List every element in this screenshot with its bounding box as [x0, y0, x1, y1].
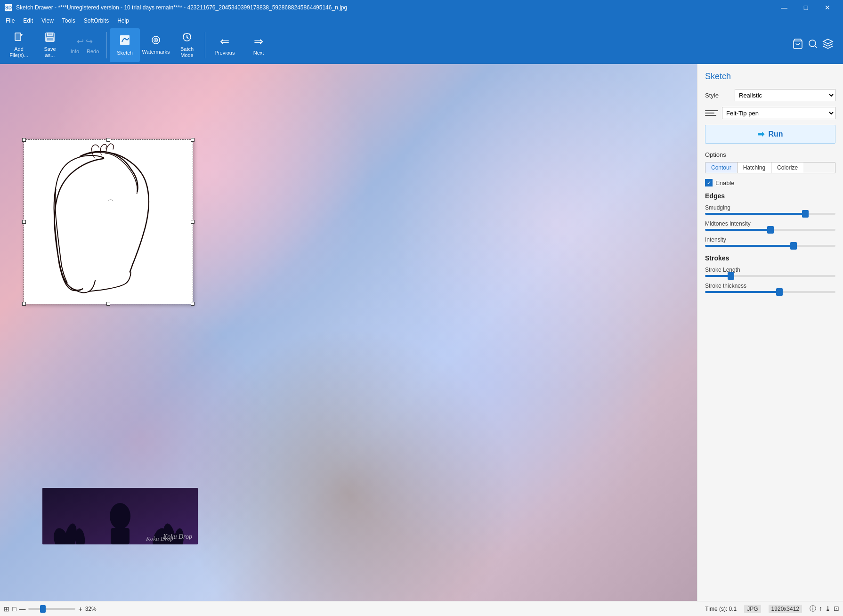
add-file-icon: [13, 32, 24, 44]
cube-icon[interactable]: [822, 38, 834, 52]
app-icon: SD: [5, 4, 12, 11]
status-extra-icon[interactable]: ⊡: [834, 605, 839, 613]
status-fit-icon[interactable]: ⊞: [4, 605, 9, 613]
undo-redo-group: ↩ ↪ Info Redo: [66, 28, 104, 62]
smudging-thumb[interactable]: [802, 210, 809, 218]
tab-colorize[interactable]: Colorize: [771, 162, 803, 173]
status-zoom-out-icon[interactable]: —: [19, 605, 25, 613]
enable-checkbox[interactable]: [705, 179, 713, 186]
status-info-btn[interactable]: ⓘ: [810, 605, 816, 613]
separator-2: [205, 32, 205, 58]
menu-edit[interactable]: Edit: [19, 16, 37, 25]
panel-title: Sketch: [705, 72, 835, 81]
watermarks-label: Watermarks: [142, 49, 170, 55]
main-layout: Koku Drop Sketch Style Realistic Comic P…: [0, 64, 843, 601]
menu-softorbits[interactable]: SoftOrbits: [80, 16, 113, 25]
status-bar: ⊞ □ — + 32% Time (s): 0.1 JPG 1920x3412 …: [0, 601, 843, 616]
status-share-icon[interactable]: ↑: [819, 605, 822, 613]
minimize-button[interactable]: —: [773, 0, 795, 15]
stroke-length-track[interactable]: [705, 275, 835, 277]
run-button[interactable]: ➡ Run: [705, 125, 835, 144]
smudging-row: Smudging: [705, 204, 835, 215]
add-file-label: Add File(s)...: [9, 46, 28, 58]
search-icon[interactable]: [807, 38, 819, 52]
toolbar-right-icons: [792, 38, 839, 52]
svg-line-13: [815, 46, 817, 48]
svg-rect-22: [111, 528, 130, 544]
zoom-slider-track[interactable]: [28, 608, 75, 610]
zoom-control: [28, 608, 75, 610]
undo-icon: ↩: [77, 36, 84, 47]
redo-label: Redo: [87, 49, 99, 54]
stroke-thickness-track[interactable]: [705, 291, 835, 293]
stroke-length-fill: [705, 275, 731, 277]
status-zoom-in-icon[interactable]: +: [78, 605, 82, 613]
style-select[interactable]: Realistic Comic Pencil Charcoal Watercol…: [735, 89, 835, 101]
options-label: Options: [705, 151, 835, 158]
right-panel: Sketch Style Realistic Comic Pencil Char…: [697, 64, 843, 601]
add-file-button[interactable]: Add File(s)...: [4, 28, 34, 62]
next-icon: ⇒: [254, 35, 263, 48]
close-button[interactable]: ✕: [817, 0, 838, 15]
intensity-label: Intensity: [705, 236, 835, 243]
presets-select[interactable]: Felt-Tip pen Ballpoint pen Marker Pencil…: [722, 107, 835, 119]
save-as-button[interactable]: Save as...: [35, 28, 65, 62]
batch-mode-label: Batch Mode: [180, 46, 194, 58]
smudging-fill: [705, 213, 805, 215]
stroke-length-label: Stroke Length: [705, 267, 835, 273]
svg-point-9: [155, 40, 156, 41]
run-arrow-icon: ➡: [757, 129, 764, 139]
redo-icon: ↪: [86, 36, 93, 47]
intensity-thumb[interactable]: [790, 242, 797, 250]
status-bar-right: Time (s): 0.1 JPG 1920x3412 ⓘ ↑ ⤓ ⊡: [705, 605, 839, 613]
stroke-thickness-fill: [705, 291, 779, 293]
presets-icon: [705, 108, 718, 118]
save-as-icon: [44, 32, 56, 44]
stroke-thickness-thumb[interactable]: [776, 288, 783, 296]
next-button[interactable]: ⇒ Next: [242, 28, 275, 62]
previous-button[interactable]: ⇐ Previous: [208, 28, 241, 62]
midtones-row: Midtones Intensity: [705, 220, 835, 231]
stroke-length-row: Stroke Length: [705, 267, 835, 277]
previous-icon: ⇐: [220, 35, 229, 48]
intensity-track[interactable]: [705, 245, 835, 247]
batch-mode-button[interactable]: Batch Mode: [172, 28, 202, 62]
svg-rect-4: [48, 33, 52, 36]
menu-help[interactable]: Help: [113, 16, 133, 25]
menu-view[interactable]: View: [38, 16, 57, 25]
zoom-slider-thumb[interactable]: [40, 605, 46, 613]
enable-label: Enable: [715, 179, 734, 186]
menu-file[interactable]: File: [2, 16, 18, 25]
title-bar: SD Sketch Drawer - ****Unregistered vers…: [0, 0, 843, 15]
midtones-track[interactable]: [705, 229, 835, 231]
status-save-icon[interactable]: ⤓: [825, 605, 831, 613]
canvas-area: Koku Drop: [0, 64, 697, 601]
sketch-label: Sketch: [117, 50, 133, 56]
format-badge: JPG: [744, 605, 761, 613]
maximize-button[interactable]: □: [795, 0, 817, 15]
enable-row: Enable: [705, 179, 835, 186]
dimensions-badge: 1920x3412: [769, 605, 802, 613]
next-label: Next: [253, 50, 264, 56]
tab-contour[interactable]: Contour: [705, 162, 738, 173]
svg-rect-5: [47, 38, 53, 41]
edges-title: Edges: [705, 192, 835, 200]
cart-icon[interactable]: [792, 38, 803, 52]
sketch-icon: [118, 33, 131, 48]
smudging-label: Smudging: [705, 204, 835, 211]
sketch-button[interactable]: Sketch: [110, 28, 140, 62]
midtones-thumb[interactable]: [767, 226, 774, 234]
batch-mode-icon: [181, 32, 193, 44]
status-info-icons: ⓘ ↑ ⤓ ⊡: [810, 605, 839, 613]
stroke-length-thumb[interactable]: [728, 272, 734, 280]
save-as-label: Save as...: [44, 46, 56, 58]
sketch-canvas[interactable]: [24, 139, 193, 304]
stroke-thickness-label: Stroke thickness: [705, 283, 835, 289]
smudging-track[interactable]: [705, 213, 835, 215]
svg-point-12: [809, 40, 816, 47]
status-rect-icon[interactable]: □: [12, 605, 16, 613]
menu-tools[interactable]: Tools: [58, 16, 79, 25]
watermarks-button[interactable]: Watermarks: [141, 28, 171, 62]
tab-hatching[interactable]: Hatching: [738, 162, 771, 173]
stroke-thickness-row: Stroke thickness: [705, 283, 835, 293]
